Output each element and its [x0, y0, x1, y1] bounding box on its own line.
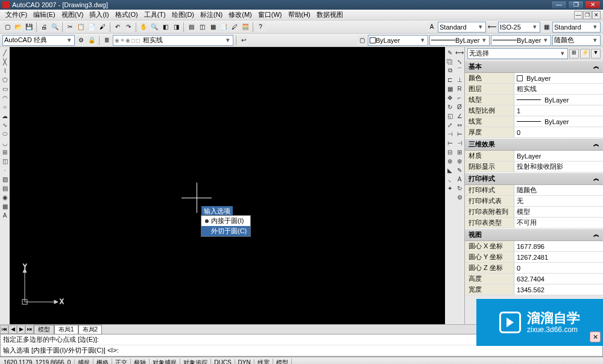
tp-icon[interactable]: ▦ — [208, 22, 218, 32]
undo-icon[interactable]: ↶ — [113, 22, 122, 32]
lineweight-combo[interactable]: ByLayer▾ — [491, 35, 551, 46]
preview-icon[interactable]: 🔍 — [50, 22, 60, 32]
redo-icon[interactable]: ↷ — [124, 22, 133, 32]
explode-icon[interactable]: ✦ — [446, 184, 454, 192]
polar-toggle[interactable]: 极轴 — [131, 359, 150, 365]
dyn-toggle[interactable]: DYN — [235, 359, 254, 364]
menu-dataview[interactable]: 数据视图 — [314, 10, 346, 19]
prop-row[interactable]: 高度632.7404 — [465, 274, 603, 284]
ducs-toggle[interactable]: DUCS — [211, 359, 235, 364]
zoom-icon[interactable]: 🔍 — [150, 22, 159, 32]
prop-value[interactable]: 无 — [514, 196, 603, 206]
dimord-icon[interactable]: ⊥ — [455, 75, 464, 84]
extend-icon[interactable]: ⊢ — [446, 139, 454, 147]
line-icon[interactable]: ╱ — [1, 48, 9, 57]
prop-row[interactable]: 宽度1345.562 — [465, 284, 603, 295]
mtext-icon[interactable]: A — [1, 211, 9, 219]
prop-value[interactable]: 模型 — [514, 207, 603, 217]
spline-icon[interactable]: ∿ — [1, 121, 9, 129]
close-button[interactable]: ✕ — [585, 1, 601, 9]
prop-row[interactable]: 圆心 Y 坐标1267.2481 — [465, 252, 603, 263]
dimarc-icon[interactable]: ⌒ — [455, 66, 464, 75]
match-icon[interactable]: 🖌 — [98, 22, 107, 32]
ws-lock-icon[interactable]: 🔒 — [87, 36, 96, 45]
dimalign-icon[interactable]: ⤡ — [455, 57, 464, 66]
dimrad-icon[interactable]: R — [455, 84, 464, 93]
menu-view[interactable]: 视图(V) — [58, 10, 87, 19]
dimstyle2-icon[interactable]: ⚙ — [455, 193, 464, 201]
table-icon[interactable]: ▦ — [1, 202, 9, 210]
cen-icon[interactable]: ⊕ — [455, 157, 464, 165]
mdi-close[interactable]: ✕ — [592, 11, 601, 19]
prop-row[interactable]: 线型比例1 — [465, 105, 603, 116]
ssm-icon[interactable]: 📑 — [219, 22, 229, 32]
dimedit-icon[interactable]: ✎ — [455, 166, 464, 174]
prop-value[interactable]: 0 — [514, 263, 603, 273]
mark-icon[interactable]: 🖊 — [230, 22, 239, 32]
insert-icon[interactable]: ⊞ — [1, 148, 9, 156]
prop-value[interactable]: 投射和接收阴影 — [514, 162, 603, 172]
props-icon[interactable]: ▤ — [186, 22, 196, 32]
prop-value[interactable]: 1345.562 — [514, 284, 603, 295]
textstyle-combo[interactable]: Standard▾ — [438, 22, 486, 33]
dimstyle-combo[interactable]: ISO-25▾ — [498, 22, 540, 33]
pan-icon[interactable]: ✋ — [139, 22, 148, 32]
revcloud-icon[interactable]: ☁ — [1, 111, 9, 120]
model-toggle[interactable]: 模型 — [273, 359, 292, 365]
ws-settings-icon[interactable]: ⚙ — [76, 36, 86, 45]
block-icon[interactable]: ◫ — [1, 157, 9, 165]
layerprev-icon[interactable]: ↩ — [239, 36, 248, 45]
menu-help[interactable]: 帮助(H) — [285, 10, 314, 19]
zoomw-icon[interactable]: ◧ — [160, 22, 170, 32]
prop-row[interactable]: 打印表附着到模型 — [465, 207, 603, 218]
prop-row[interactable]: 圆心 X 坐标1677.896 — [465, 241, 603, 252]
rotate-icon[interactable]: ↻ — [446, 102, 454, 111]
menu-file[interactable]: 文件(F) — [2, 10, 30, 19]
dimstyle-icon[interactable]: ⟵ — [487, 22, 497, 32]
snap-toggle[interactable]: 捕捉 — [75, 359, 93, 365]
tablestyle-icon[interactable]: ▦ — [541, 22, 551, 32]
layer-combo[interactable]: ◉☀◉◻◻ 粗实线▾ — [113, 35, 233, 46]
panel-close-button[interactable]: ✕ — [590, 331, 601, 342]
props-selection-combo[interactable]: 无选择▾ — [467, 48, 568, 59]
workspace-combo[interactable]: AutoCAD 经典▾ — [2, 35, 75, 46]
props-qs-icon[interactable]: ⚡ — [580, 49, 590, 58]
copy2-icon[interactable]: ⿻ — [446, 57, 454, 66]
maximize-button[interactable]: ❐ — [568, 1, 584, 9]
hatch-icon[interactable]: ▨ — [1, 175, 9, 183]
menu-modify[interactable]: 修改(M) — [226, 10, 255, 19]
erase-icon[interactable]: ✎ — [446, 48, 454, 57]
pline-icon[interactable]: ⌇ — [1, 66, 9, 75]
props-cat-basic[interactable]: 基本︽ — [465, 60, 603, 73]
prop-row[interactable]: 图层粗实线 — [465, 84, 603, 95]
osnap-toggle[interactable]: 对象捕捉 — [150, 359, 180, 365]
calc-icon[interactable]: 🧮 — [241, 22, 250, 32]
scale-icon[interactable]: ◱ — [446, 111, 454, 120]
break-icon[interactable]: ⊟ — [446, 148, 454, 156]
dc-icon[interactable]: ◫ — [197, 22, 207, 32]
tab-first[interactable]: ⏮ — [0, 325, 8, 334]
cut-icon[interactable]: ✂ — [65, 22, 75, 32]
new-icon[interactable]: ▢ — [2, 22, 12, 32]
paste-icon[interactable]: 📄 — [87, 22, 96, 32]
array-icon[interactable]: ▦ — [446, 84, 454, 93]
otrack-toggle[interactable]: 对象追踪 — [180, 359, 211, 365]
xline-icon[interactable]: ╳ — [1, 57, 9, 66]
menu-window[interactable]: 窗口(W) — [255, 10, 285, 19]
cmd-input[interactable] — [119, 346, 600, 355]
rect-icon[interactable]: ▭ — [1, 84, 9, 93]
prop-value[interactable]: ByLayer — [514, 116, 603, 127]
textstyle-icon[interactable]: A — [427, 22, 437, 32]
plotcolor-combo[interactable]: 随颜色▾ — [552, 35, 601, 46]
join-icon[interactable]: ⊕ — [446, 157, 454, 165]
prop-value[interactable]: ByLayer — [514, 95, 603, 105]
zoomp-icon[interactable]: ◨ — [171, 22, 181, 32]
plot-icon[interactable]: 🖨 — [39, 22, 49, 32]
ellipse-icon[interactable]: ⬭ — [1, 130, 9, 138]
layers-icon[interactable]: ≣ — [102, 36, 112, 45]
grid-toggle[interactable]: 栅格 — [93, 359, 112, 365]
circle-icon[interactable]: ○ — [1, 102, 9, 111]
prop-row[interactable]: 打印样式表无 — [465, 196, 603, 207]
tol-icon[interactable]: ⊞ — [455, 148, 464, 156]
arc-icon[interactable]: ◠ — [1, 93, 9, 102]
